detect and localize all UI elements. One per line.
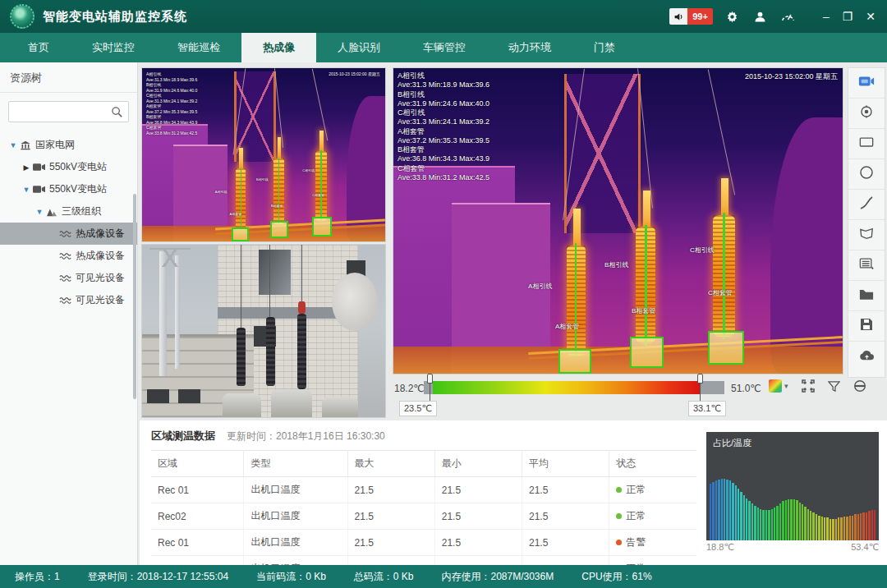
tab-0[interactable]: 首页 xyxy=(7,33,71,62)
filter-funnel-button[interactable] xyxy=(828,380,840,393)
detect-area-3 xyxy=(708,331,744,365)
tree-item-3[interactable]: ▼ 三级组织 xyxy=(0,200,137,223)
hist-bar xyxy=(751,503,753,540)
table-row-0[interactable]: Rec 01 出机口温度 21.5 21.5 21.5 正常 xyxy=(151,477,696,503)
chevron-down-icon: ▾ xyxy=(784,382,788,390)
temperature-gradient-bar[interactable] xyxy=(424,381,724,394)
expander-icon[interactable]: ▼ xyxy=(21,186,31,194)
part-label-3: A相套管 xyxy=(230,212,242,216)
sidebar-scrollbar[interactable] xyxy=(133,194,136,399)
tree-item-0[interactable]: ▼ 国家电网 xyxy=(0,134,137,156)
tree-item-label: 热成像设备 xyxy=(76,227,125,241)
thermal-preview-pane[interactable]: A相引线B相引线C相引线A相套管B相套管C相套管 A相引线Ave:31.3 Mi… xyxy=(141,67,386,242)
cell-min: 21.5 xyxy=(434,503,522,530)
hist-bar xyxy=(824,517,825,540)
hist-bar xyxy=(732,483,733,540)
reading-name-4: B相套管 xyxy=(398,145,489,154)
line-tool-button[interactable] xyxy=(848,190,885,220)
histogram-title: 占比/温度 xyxy=(713,437,751,449)
hist-bar xyxy=(724,479,725,540)
tab-3[interactable]: 热成像 xyxy=(241,33,316,62)
isotherm-button[interactable] xyxy=(853,379,866,393)
video-tool-button[interactable] xyxy=(848,68,885,99)
hist-bar xyxy=(738,489,739,540)
hist-bar xyxy=(799,503,801,540)
tab-1[interactable]: 实时监控 xyxy=(71,33,156,62)
thermal-main-pane[interactable]: A相引线B相引线C相引线A相套管B相套管C相套管 A相引线Ave:31.3 Mi… xyxy=(393,67,843,374)
folder-tool-button[interactable] xyxy=(848,281,885,311)
hist-bar xyxy=(765,510,767,540)
tree-item-2[interactable]: ▼ 550kV变电站 xyxy=(0,178,137,200)
close-button[interactable]: ✕ xyxy=(866,8,876,25)
rectangle-tool-button[interactable] xyxy=(848,129,885,159)
status-item-3: 总码流：0 Kb xyxy=(354,570,414,584)
save-tool-button[interactable] xyxy=(848,311,885,342)
fullscreen-button[interactable] xyxy=(802,379,815,393)
detect-area-3 xyxy=(312,217,332,236)
tree-item-label: 三级组织 xyxy=(62,204,101,218)
search-icon[interactable] xyxy=(111,106,123,122)
thermal-readings-overlay-small: A相引线Ave:31.3 Min:18.9 Max:39.6B相引线Ave:31… xyxy=(146,71,197,136)
hist-bar xyxy=(812,512,814,540)
table-row-1[interactable]: Rec02 出机口温度 21.5 21.5 21.5 正常 xyxy=(151,503,696,530)
hist-bar xyxy=(830,519,831,540)
hist-bar xyxy=(860,513,862,540)
tree-item-4[interactable]: 热成像设备 xyxy=(0,223,137,245)
visible-light-pane[interactable] xyxy=(141,244,386,418)
list-icon xyxy=(859,257,874,273)
hist-bar xyxy=(735,485,737,540)
tab-4[interactable]: 人脸识别 xyxy=(316,33,402,62)
target-tool-button[interactable] xyxy=(848,99,885,129)
part-label-3: A相套管 xyxy=(555,322,579,331)
low-temp-handle[interactable] xyxy=(427,374,433,384)
tree-item-7[interactable]: 可见光设备 xyxy=(0,289,137,311)
tree-item-6[interactable]: 可见光设备 xyxy=(0,267,137,289)
cloud-tool-button[interactable] xyxy=(848,342,885,372)
tab-2[interactable]: 智能巡检 xyxy=(156,33,241,62)
cell-type: 出机口温度 xyxy=(244,503,347,530)
circle-icon xyxy=(859,165,874,183)
tab-7[interactable]: 门禁 xyxy=(572,33,637,62)
cell-avg: 21.5 xyxy=(522,503,609,530)
circle-tool-button[interactable] xyxy=(848,159,885,190)
hist-bar xyxy=(790,499,792,540)
polygon-tool-button[interactable] xyxy=(848,220,885,250)
performance-gauge-icon[interactable] xyxy=(780,8,797,25)
status-dot xyxy=(616,513,622,519)
high-temp-handle[interactable] xyxy=(697,374,703,384)
hist-bar xyxy=(849,516,851,540)
settings-gear-icon[interactable] xyxy=(724,8,741,25)
col-header-1: 类型 xyxy=(244,451,347,477)
hist-bar xyxy=(715,480,717,540)
part-label-4: B相套管 xyxy=(632,306,655,315)
cell-status: 告警 xyxy=(609,530,696,556)
table-row-2[interactable]: Rec 01 出机口温度 21.5 21.5 21.5 告警 xyxy=(151,530,696,556)
expander-icon[interactable]: ▶ xyxy=(21,163,31,172)
building-icon xyxy=(20,140,31,150)
tab-6[interactable]: 动力环境 xyxy=(487,33,572,62)
hist-bar xyxy=(804,507,806,540)
status-dot xyxy=(616,540,622,545)
col-header-4: 平均 xyxy=(522,451,609,477)
table-update-time: 更新时间：2018年1月16日 16:30:30 xyxy=(227,430,385,443)
reading-name-3: A相套管 xyxy=(398,127,489,136)
tab-5[interactable]: 车辆管控 xyxy=(402,33,487,62)
reading-name-0: A相引线 xyxy=(398,71,489,80)
expander-icon[interactable]: ▼ xyxy=(8,141,18,149)
reading-values-2: Ave:31.3 Min:24.1 Max:39.2 xyxy=(398,117,489,126)
hist-bar xyxy=(852,516,853,540)
hist-bar xyxy=(785,500,787,540)
minimize-button[interactable]: – xyxy=(823,8,830,25)
hist-bar xyxy=(796,500,797,540)
maximize-button[interactable]: ❐ xyxy=(843,8,853,25)
hist-bar xyxy=(818,516,820,540)
expander-icon[interactable]: ▼ xyxy=(34,208,44,216)
tree-item-1[interactable]: ▶ 550kV变电站 xyxy=(0,156,137,178)
palette-button[interactable]: ▾ xyxy=(769,379,788,393)
tree-item-label: 国家电网 xyxy=(35,138,75,152)
list-tool-button[interactable] xyxy=(848,250,885,281)
user-icon[interactable] xyxy=(752,8,769,25)
hist-bar xyxy=(846,517,848,540)
tree-item-5[interactable]: 热成像设备 xyxy=(0,245,137,267)
notification-button[interactable]: 99+ xyxy=(669,8,713,25)
